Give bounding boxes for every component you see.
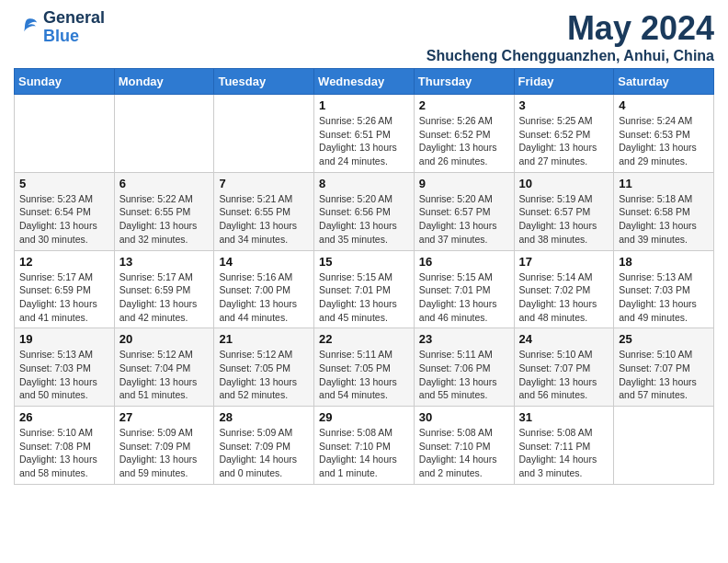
day-info: Sunrise: 5:11 AMSunset: 7:06 PMDaylight:… [419, 348, 509, 402]
weekday-header-sunday: Sunday [15, 69, 115, 95]
day-number: 13 [119, 255, 210, 269]
day-number: 29 [319, 410, 409, 424]
calendar-cell: 16Sunrise: 5:15 AMSunset: 7:01 PMDayligh… [414, 250, 514, 328]
calendar-cell: 31Sunrise: 5:08 AMSunset: 7:11 PMDayligh… [514, 407, 614, 485]
logo-text: General Blue [43, 9, 105, 46]
day-info: Sunrise: 5:23 AMSunset: 6:54 PMDaylight:… [19, 192, 109, 247]
day-info: Sunrise: 5:15 AMSunset: 7:01 PMDaylight:… [319, 270, 409, 325]
day-number: 5 [19, 177, 109, 190]
calendar-cell: 27Sunrise: 5:09 AMSunset: 7:09 PMDayligh… [114, 407, 214, 485]
day-number: 26 [19, 410, 109, 424]
calendar-cell: 30Sunrise: 5:08 AMSunset: 7:10 PMDayligh… [414, 407, 514, 485]
calendar-cell: 18Sunrise: 5:13 AMSunset: 7:03 PMDayligh… [614, 250, 714, 328]
calendar-cell: 25Sunrise: 5:10 AMSunset: 7:07 PMDayligh… [614, 328, 714, 407]
day-info: Sunrise: 5:12 AMSunset: 7:04 PMDaylight:… [119, 348, 210, 402]
calendar-cell: 7Sunrise: 5:21 AMSunset: 6:55 PMDaylight… [214, 172, 314, 250]
calendar-table: SundayMondayTuesdayWednesdayThursdayFrid… [14, 68, 714, 485]
day-number: 27 [119, 410, 210, 424]
day-number: 19 [19, 332, 109, 346]
calendar-cell: 19Sunrise: 5:13 AMSunset: 7:03 PMDayligh… [15, 328, 115, 407]
day-number: 28 [219, 410, 309, 424]
day-info: Sunrise: 5:26 AMSunset: 6:52 PMDaylight:… [419, 114, 509, 168]
calendar-cell [614, 407, 714, 485]
calendar-cell: 9Sunrise: 5:20 AMSunset: 6:57 PMDaylight… [414, 172, 514, 250]
calendar-cell: 15Sunrise: 5:15 AMSunset: 7:01 PMDayligh… [314, 250, 415, 328]
day-number: 15 [319, 255, 409, 269]
calendar-cell: 13Sunrise: 5:17 AMSunset: 6:59 PMDayligh… [114, 250, 214, 328]
day-number: 30 [419, 410, 509, 424]
calendar-cell: 14Sunrise: 5:16 AMSunset: 7:00 PMDayligh… [214, 250, 314, 328]
page-header: General Blue May 2024 Shucheng Chengguan… [14, 9, 714, 64]
day-number: 2 [419, 98, 509, 112]
day-number: 10 [519, 177, 609, 190]
calendar-cell: 5Sunrise: 5:23 AMSunset: 6:54 PMDaylight… [15, 172, 115, 250]
day-info: Sunrise: 5:24 AMSunset: 6:53 PMDaylight:… [619, 114, 709, 168]
day-info: Sunrise: 5:22 AMSunset: 6:55 PMDaylight:… [119, 192, 210, 247]
calendar-cell: 21Sunrise: 5:12 AMSunset: 7:05 PMDayligh… [214, 328, 314, 407]
day-number: 20 [119, 332, 210, 346]
logo: General Blue [14, 9, 105, 46]
day-info: Sunrise: 5:13 AMSunset: 7:03 PMDaylight:… [619, 270, 709, 325]
day-number: 8 [319, 177, 409, 190]
weekday-header-thursday: Thursday [414, 69, 514, 95]
calendar-cell: 4Sunrise: 5:24 AMSunset: 6:53 PMDaylight… [614, 95, 714, 173]
calendar-cell [114, 95, 214, 173]
calendar-cell: 22Sunrise: 5:11 AMSunset: 7:05 PMDayligh… [314, 328, 415, 407]
title-block: May 2024 Shucheng Chengguanzhen, Anhui, … [427, 9, 714, 64]
day-info: Sunrise: 5:17 AMSunset: 6:59 PMDaylight:… [19, 270, 109, 325]
day-number: 21 [219, 332, 309, 346]
day-info: Sunrise: 5:25 AMSunset: 6:52 PMDaylight:… [519, 114, 609, 168]
calendar-cell: 26Sunrise: 5:10 AMSunset: 7:08 PMDayligh… [15, 407, 115, 485]
calendar-cell: 8Sunrise: 5:20 AMSunset: 6:56 PMDaylight… [314, 172, 415, 250]
day-number: 14 [219, 255, 309, 269]
calendar-cell: 20Sunrise: 5:12 AMSunset: 7:04 PMDayligh… [114, 328, 214, 407]
day-info: Sunrise: 5:11 AMSunset: 7:05 PMDaylight:… [319, 348, 409, 402]
day-info: Sunrise: 5:15 AMSunset: 7:01 PMDaylight:… [419, 270, 509, 325]
day-info: Sunrise: 5:13 AMSunset: 7:03 PMDaylight:… [19, 348, 109, 402]
location-title: Shucheng Chengguanzhen, Anhui, China [427, 48, 714, 64]
day-info: Sunrise: 5:19 AMSunset: 6:57 PMDaylight:… [519, 192, 609, 247]
day-number: 22 [319, 332, 409, 346]
day-info: Sunrise: 5:10 AMSunset: 7:08 PMDaylight:… [19, 426, 109, 480]
calendar-week-row: 5Sunrise: 5:23 AMSunset: 6:54 PMDaylight… [15, 172, 714, 250]
calendar-cell: 11Sunrise: 5:18 AMSunset: 6:58 PMDayligh… [614, 172, 714, 250]
day-number: 3 [519, 98, 609, 112]
calendar-cell: 6Sunrise: 5:22 AMSunset: 6:55 PMDaylight… [114, 172, 214, 250]
calendar-cell [15, 95, 115, 173]
day-info: Sunrise: 5:26 AMSunset: 6:51 PMDaylight:… [319, 114, 409, 168]
day-info: Sunrise: 5:20 AMSunset: 6:56 PMDaylight:… [319, 192, 409, 247]
day-info: Sunrise: 5:08 AMSunset: 7:10 PMDaylight:… [319, 426, 409, 480]
day-info: Sunrise: 5:18 AMSunset: 6:58 PMDaylight:… [619, 192, 709, 247]
day-number: 12 [19, 255, 109, 269]
calendar-cell: 2Sunrise: 5:26 AMSunset: 6:52 PMDaylight… [414, 95, 514, 173]
logo-icon [14, 15, 40, 40]
day-number: 31 [519, 410, 609, 424]
weekday-header-row: SundayMondayTuesdayWednesdayThursdayFrid… [15, 69, 714, 95]
day-info: Sunrise: 5:10 AMSunset: 7:07 PMDaylight:… [619, 348, 709, 402]
weekday-header-monday: Monday [114, 69, 214, 95]
calendar-cell: 23Sunrise: 5:11 AMSunset: 7:06 PMDayligh… [414, 328, 514, 407]
calendar-cell: 17Sunrise: 5:14 AMSunset: 7:02 PMDayligh… [514, 250, 614, 328]
day-info: Sunrise: 5:09 AMSunset: 7:09 PMDaylight:… [119, 426, 210, 480]
weekday-header-tuesday: Tuesday [214, 69, 314, 95]
calendar-cell: 10Sunrise: 5:19 AMSunset: 6:57 PMDayligh… [514, 172, 614, 250]
day-info: Sunrise: 5:16 AMSunset: 7:00 PMDaylight:… [219, 270, 309, 325]
calendar-week-row: 12Sunrise: 5:17 AMSunset: 6:59 PMDayligh… [15, 250, 714, 328]
day-info: Sunrise: 5:09 AMSunset: 7:09 PMDaylight:… [219, 426, 309, 480]
day-info: Sunrise: 5:20 AMSunset: 6:57 PMDaylight:… [419, 192, 509, 247]
calendar-cell: 24Sunrise: 5:10 AMSunset: 7:07 PMDayligh… [514, 328, 614, 407]
day-number: 23 [419, 332, 509, 346]
day-info: Sunrise: 5:08 AMSunset: 7:11 PMDaylight:… [519, 426, 609, 480]
day-number: 16 [419, 255, 509, 269]
day-info: Sunrise: 5:17 AMSunset: 6:59 PMDaylight:… [119, 270, 210, 325]
weekday-header-wednesday: Wednesday [314, 69, 415, 95]
day-number: 4 [619, 98, 709, 112]
calendar-week-row: 26Sunrise: 5:10 AMSunset: 7:08 PMDayligh… [15, 407, 714, 485]
calendar-cell: 1Sunrise: 5:26 AMSunset: 6:51 PMDaylight… [314, 95, 415, 173]
day-number: 25 [619, 332, 709, 346]
day-info: Sunrise: 5:14 AMSunset: 7:02 PMDaylight:… [519, 270, 609, 325]
day-info: Sunrise: 5:10 AMSunset: 7:07 PMDaylight:… [519, 348, 609, 402]
calendar-cell: 12Sunrise: 5:17 AMSunset: 6:59 PMDayligh… [15, 250, 115, 328]
day-number: 17 [519, 255, 609, 269]
weekday-header-saturday: Saturday [614, 69, 714, 95]
